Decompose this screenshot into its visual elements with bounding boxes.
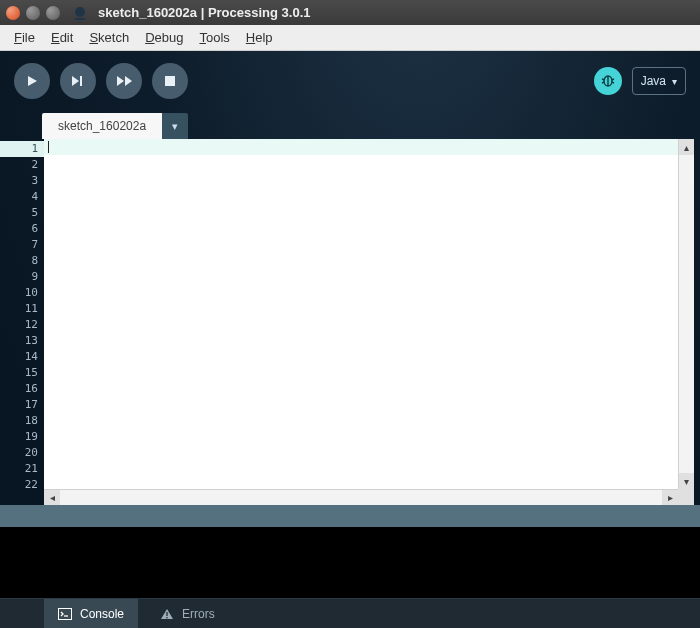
hscroll-row: ◂ ▸ [0, 489, 700, 505]
run-button[interactable] [14, 63, 50, 99]
line-number: 21 [0, 461, 44, 477]
svg-line-8 [611, 82, 614, 83]
bottom-tab-bar: Console Errors [0, 598, 700, 628]
chevron-down-icon: ▾ [672, 76, 677, 87]
svg-point-0 [75, 7, 85, 17]
menu-tools-rest: ools [206, 30, 230, 45]
editor-line [44, 155, 678, 171]
window-maximize-button[interactable] [46, 6, 60, 20]
line-number: 2 [0, 157, 44, 173]
text-cursor [48, 141, 49, 153]
line-number: 1 [0, 141, 44, 157]
line-number: 19 [0, 429, 44, 445]
editor-line [44, 235, 678, 251]
svg-rect-2 [165, 76, 175, 86]
menu-tools[interactable]: Tools [191, 28, 237, 47]
svg-line-5 [602, 79, 605, 80]
scroll-right-button[interactable]: ▸ [662, 490, 678, 505]
line-number: 6 [0, 221, 44, 237]
line-number: 18 [0, 413, 44, 429]
svg-line-7 [611, 79, 614, 80]
tab-sketch[interactable]: sketch_160202a [42, 113, 162, 139]
svg-line-6 [602, 82, 605, 83]
stop-button[interactable] [152, 63, 188, 99]
menu-debug[interactable]: Debug [137, 28, 191, 47]
tab-row: sketch_160202a ▾ [0, 105, 700, 139]
scroll-down-button[interactable]: ▾ [679, 473, 694, 489]
horizontal-scrollbar[interactable]: ◂ ▸ [44, 489, 678, 505]
editor-line [44, 187, 678, 203]
tab-menu-button[interactable]: ▾ [162, 113, 188, 139]
svg-rect-9 [59, 608, 72, 619]
window-title: sketch_160202a | Processing 3.0.1 [98, 5, 311, 20]
editor-line [44, 443, 678, 459]
editor-line [44, 379, 678, 395]
toolbar: Java ▾ [0, 51, 700, 105]
menu-sketch[interactable]: Sketch [81, 28, 137, 47]
scroll-left-button[interactable]: ◂ [44, 490, 60, 505]
editor-line [44, 171, 678, 187]
editor-line [44, 363, 678, 379]
editor-line [44, 267, 678, 283]
editor-line [44, 251, 678, 267]
status-strip [0, 505, 700, 527]
scroll-corner [678, 489, 694, 505]
editor-body: ▴ ▾ [44, 139, 694, 489]
editor-line [44, 427, 678, 443]
tab-errors[interactable]: Errors [146, 599, 229, 628]
mode-label: Java [641, 74, 666, 88]
menu-file[interactable]: File [6, 28, 43, 47]
tab-console[interactable]: Console [44, 599, 138, 628]
menu-debug-rest: ebug [155, 30, 184, 45]
line-number: 15 [0, 365, 44, 381]
line-number: 17 [0, 397, 44, 413]
editor-line [44, 219, 678, 235]
editor-line [44, 299, 678, 315]
line-number: 10 [0, 285, 44, 301]
editor-line [44, 475, 678, 489]
svg-rect-1 [80, 76, 82, 86]
svg-point-12 [166, 616, 168, 618]
line-number: 20 [0, 445, 44, 461]
line-number: 4 [0, 189, 44, 205]
vertical-scrollbar[interactable]: ▴ ▾ [678, 139, 694, 489]
debug-mode-icon[interactable] [594, 67, 622, 95]
console-output[interactable] [0, 527, 700, 598]
window-titlebar: sketch_160202a | Processing 3.0.1 [0, 0, 700, 25]
scroll-up-button[interactable]: ▴ [679, 139, 694, 155]
menubar: File Edit Sketch Debug Tools Help [0, 25, 700, 51]
hscroll-spacer [0, 489, 44, 505]
line-gutter: 12345678910111213141516171819202122 [0, 139, 44, 489]
menu-edit[interactable]: Edit [43, 28, 81, 47]
editor-line [44, 395, 678, 411]
menu-help[interactable]: Help [238, 28, 281, 47]
editor-line [44, 459, 678, 475]
warning-icon [160, 607, 174, 621]
editor-line [44, 283, 678, 299]
menu-sketch-rest: ketch [98, 30, 129, 45]
menu-edit-rest: dit [60, 30, 74, 45]
chevron-down-icon: ▾ [172, 120, 178, 133]
mode-selector[interactable]: Java ▾ [632, 67, 686, 95]
window-close-button[interactable] [6, 6, 20, 20]
run-present-button[interactable] [60, 63, 96, 99]
line-number: 11 [0, 301, 44, 317]
line-number: 3 [0, 173, 44, 189]
tab-label: sketch_160202a [58, 119, 146, 133]
debug-button[interactable] [106, 63, 142, 99]
ide-body: Java ▾ sketch_160202a ▾ 1234567891011121… [0, 51, 700, 628]
line-number: 16 [0, 381, 44, 397]
menu-help-rest: elp [255, 30, 272, 45]
editor-line [44, 347, 678, 363]
window-minimize-button[interactable] [26, 6, 40, 20]
line-number: 5 [0, 205, 44, 221]
line-number: 9 [0, 269, 44, 285]
line-number: 8 [0, 253, 44, 269]
line-number: 7 [0, 237, 44, 253]
horizontal-scroll-track[interactable] [60, 490, 662, 505]
console-icon [58, 607, 72, 621]
line-number: 12 [0, 317, 44, 333]
vertical-scroll-track[interactable] [679, 155, 694, 473]
menu-file-rest: ile [22, 30, 35, 45]
code-editor[interactable] [44, 139, 678, 489]
